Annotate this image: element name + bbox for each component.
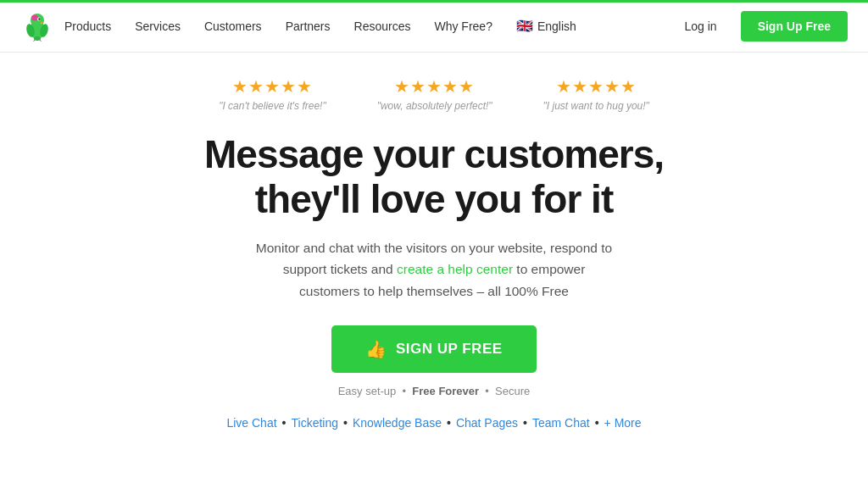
stars-2: ★★★★★ — [394, 76, 475, 97]
dot-1: • — [282, 416, 287, 430]
dot-4: • — [523, 416, 527, 430]
feature-links: Live Chat • Ticketing • Knowledge Base •… — [226, 416, 641, 430]
easy-setup-text: Easy set-up • Free Forever • Secure — [338, 385, 531, 397]
free-forever-label: Free Forever — [412, 385, 479, 397]
stars-1: ★★★★★ — [232, 76, 313, 97]
link-team-chat[interactable]: Team Chat — [532, 416, 590, 430]
reviews-row: ★★★★★ "I can't believe it's free!" ★★★★★… — [219, 76, 649, 112]
help-center-link[interactable]: create a help center — [397, 262, 513, 276]
nav-why-free[interactable]: Why Free? — [424, 13, 502, 40]
dot-5: • — [595, 416, 599, 430]
headline-line2: they'll love you for it — [255, 177, 613, 221]
link-chat-pages[interactable]: Chat Pages — [456, 416, 518, 430]
nav-services[interactable]: Services — [125, 13, 191, 40]
link-live-chat[interactable]: Live Chat — [226, 416, 276, 430]
thumbs-up-icon: 👍 — [365, 339, 387, 359]
easy-setup-label: Easy set-up — [338, 385, 397, 397]
main-content: ★★★★★ "I can't believe it's free!" ★★★★★… — [0, 53, 868, 430]
link-ticketing[interactable]: Ticketing — [292, 416, 339, 430]
review-2: ★★★★★ "wow, absolutely perfect!" — [377, 76, 492, 112]
cta-signup-button[interactable]: 👍 SIGN UP FREE — [331, 325, 536, 373]
logo[interactable] — [20, 8, 54, 45]
quote-3: "I just want to hug you!" — [543, 100, 649, 112]
nav-partners[interactable]: Partners — [275, 13, 341, 40]
nav-actions: Log in Sign Up Free — [670, 11, 848, 42]
link-more[interactable]: + More — [604, 416, 642, 430]
nav-resources[interactable]: Resources — [344, 13, 421, 40]
quote-2: "wow, absolutely perfect!" — [377, 100, 492, 112]
headline-line1: Message your customers, — [204, 132, 664, 176]
hero-subheadline: Monitor and chat with the visitors on yo… — [252, 237, 616, 303]
nav-customers[interactable]: Customers — [194, 13, 272, 40]
language-selector[interactable]: 🇬🇧 English — [506, 11, 587, 41]
quote-1: "I can't believe it's free!" — [219, 100, 326, 112]
hero-headline: Message your customers, they'll love you… — [204, 132, 664, 222]
svg-point-6 — [38, 18, 41, 20]
language-label: English — [537, 19, 576, 33]
nav-links: Products Services Customers Partners Res… — [54, 11, 670, 41]
login-button[interactable]: Log in — [670, 13, 730, 40]
link-knowledge-base[interactable]: Knowledge Base — [353, 416, 442, 430]
signup-button[interactable]: Sign Up Free — [741, 11, 848, 42]
nav-products[interactable]: Products — [54, 13, 121, 40]
svg-point-4 — [31, 14, 38, 20]
stars-3: ★★★★★ — [556, 76, 637, 97]
review-1: ★★★★★ "I can't believe it's free!" — [219, 76, 326, 112]
navbar: Products Services Customers Partners Res… — [0, 0, 868, 53]
cta-label: SIGN UP FREE — [396, 341, 503, 358]
flag-icon: 🇬🇧 — [516, 18, 533, 34]
review-3: ★★★★★ "I just want to hug you!" — [543, 76, 649, 112]
svg-point-7 — [40, 18, 41, 19]
dot-2: • — [343, 416, 348, 430]
secure-label: Secure — [495, 385, 530, 397]
dot-3: • — [447, 416, 451, 430]
